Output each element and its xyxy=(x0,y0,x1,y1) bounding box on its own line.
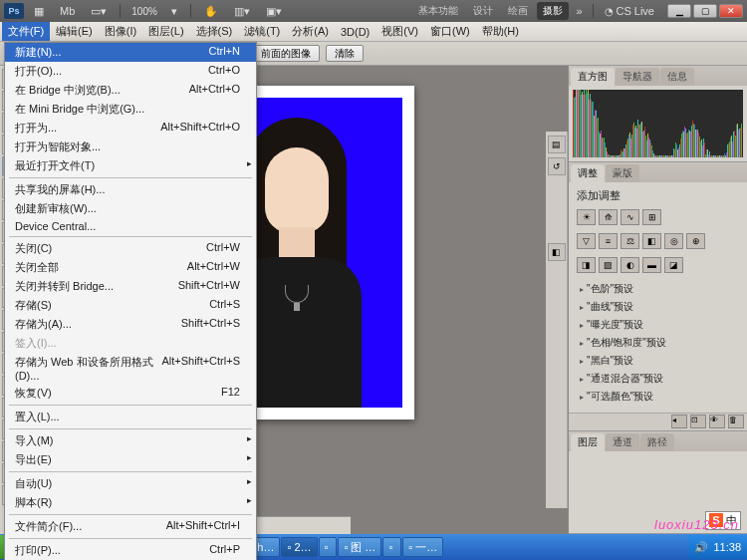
hue-icon[interactable]: ≡ xyxy=(599,233,618,249)
workspace-painting[interactable]: 绘画 xyxy=(502,2,534,20)
ime-sogou-icon[interactable]: S xyxy=(709,513,723,527)
invert-icon[interactable]: ◨ xyxy=(577,257,596,273)
preset-clip-icon[interactable]: ⊡ xyxy=(690,415,706,428)
tab-masks[interactable]: 蒙版 xyxy=(606,164,639,182)
preset-back-icon[interactable]: ◂ xyxy=(671,415,687,428)
arrange-icon[interactable]: ▥▾ xyxy=(229,3,255,20)
menu-item[interactable]: 签入(I)... xyxy=(5,334,256,353)
maximize-button[interactable]: ▢ xyxy=(693,4,717,18)
taskbar-item[interactable]: ▫2… xyxy=(281,537,317,557)
menu-3d[interactable]: 3D(D) xyxy=(335,24,375,40)
menu-item[interactable]: 置入(L)... xyxy=(5,408,256,426)
taskbar-item[interactable]: ▫图 … xyxy=(338,537,381,557)
menu-item[interactable]: 导入(M) xyxy=(5,431,256,450)
gradientmap-icon[interactable]: ▬ xyxy=(642,257,661,273)
selectivecolor-icon[interactable]: ◪ xyxy=(664,257,683,273)
menu-item[interactable]: 存储(S)Ctrl+S xyxy=(5,296,256,315)
threshold-icon[interactable]: ◐ xyxy=(621,257,639,273)
menu-item[interactable]: 在 Bridge 中浏览(B)...Alt+Ctrl+O xyxy=(5,81,256,100)
channelmixer-icon[interactable]: ⊕ xyxy=(686,233,705,249)
menu-analysis[interactable]: 分析(A) xyxy=(286,22,335,41)
tab-adjustments[interactable]: 调整 xyxy=(571,164,605,182)
preset-trash-icon[interactable]: 🗑 xyxy=(728,415,744,428)
posterize-icon[interactable]: ▨ xyxy=(599,257,618,273)
menu-window[interactable]: 窗口(W) xyxy=(424,22,476,41)
cslive-label[interactable]: ◔ CS Live xyxy=(599,5,660,17)
ime-indicator[interactable]: S 中 xyxy=(705,511,741,530)
preset-eye-icon[interactable]: 👁 xyxy=(709,415,725,428)
tab-info[interactable]: 信息 xyxy=(660,68,694,86)
menu-item[interactable]: 创建新审核(W)... xyxy=(5,199,256,218)
ime-lang[interactable]: 中 xyxy=(726,513,737,528)
taskbar-item[interactable]: ▫ xyxy=(319,537,338,557)
menu-item[interactable]: Device Central... xyxy=(5,218,256,234)
workspace-more-icon[interactable]: » xyxy=(572,3,588,19)
menu-item[interactable]: 共享我的屏幕(H)... xyxy=(5,180,256,199)
menu-item[interactable]: 关闭并转到 Bridge...Shift+Ctrl+W xyxy=(5,277,256,296)
menu-item[interactable]: 打开为智能对象... xyxy=(5,138,256,156)
taskbar-item[interactable]: ▫ xyxy=(382,537,401,557)
menu-item[interactable]: 自动(U) xyxy=(5,474,256,493)
workspace-photography[interactable]: 摄影 xyxy=(537,2,569,20)
menu-item[interactable]: 新建(N)...Ctrl+N xyxy=(5,43,256,62)
menu-item[interactable]: 最近打开文件(T) xyxy=(5,156,256,175)
menu-item[interactable]: 脚本(R) xyxy=(5,493,256,512)
menu-view[interactable]: 视图(V) xyxy=(375,22,424,41)
preset-item[interactable]: "色相/饱和度"预设 xyxy=(577,334,739,352)
menu-item[interactable]: 文件简介(F)...Alt+Shift+Ctrl+I xyxy=(5,517,256,536)
menu-item[interactable]: 恢复(V)F12 xyxy=(5,384,256,403)
screen-mode-icon[interactable]: ▣▾ xyxy=(261,3,287,20)
preset-item[interactable]: "通道混合器"预设 xyxy=(577,370,739,388)
workspace-essentials[interactable]: 基本功能 xyxy=(412,2,464,20)
hand-tool-icon[interactable]: ✋ xyxy=(199,3,223,20)
strip-histogram-icon[interactable]: ▤ xyxy=(548,136,566,153)
curves-icon[interactable]: ∿ xyxy=(621,209,639,225)
preset-item[interactable]: "曝光度"预设 xyxy=(577,316,739,334)
front-image-button[interactable]: 前面的图像 xyxy=(252,45,320,62)
menu-item[interactable]: 打开为...Alt+Shift+Ctrl+O xyxy=(5,119,256,138)
strip-history-icon[interactable]: ↺ xyxy=(548,157,566,175)
menu-item[interactable]: 导出(E) xyxy=(5,450,256,469)
clear-button[interactable]: 清除 xyxy=(326,45,364,62)
menu-item[interactable]: 存储为 Web 和设备所用格式(D)...Alt+Shift+Ctrl+S xyxy=(5,353,256,384)
system-tray[interactable]: 🔊 11:38 xyxy=(688,535,747,559)
tab-paths[interactable]: 路径 xyxy=(640,433,674,451)
bw-icon[interactable]: ◧ xyxy=(642,233,661,249)
photofilter-icon[interactable]: ◎ xyxy=(664,233,683,249)
bridge-icon[interactable]: ▦ xyxy=(29,3,49,20)
menu-file[interactable]: 文件(F) xyxy=(2,22,50,41)
menu-item[interactable]: 在 Mini Bridge 中浏览(G)... xyxy=(5,100,256,119)
menu-item[interactable]: 关闭(C)Ctrl+W xyxy=(5,239,256,258)
tray-volume-icon[interactable]: 🔊 xyxy=(694,541,708,554)
levels-icon[interactable]: ⟰ xyxy=(599,209,618,225)
menu-image[interactable]: 图像(I) xyxy=(99,22,142,41)
exposure-icon[interactable]: ⊞ xyxy=(642,209,661,225)
zoom-level[interactable]: 100% xyxy=(128,6,160,17)
menu-item[interactable]: 打印(P)...Ctrl+P xyxy=(5,541,256,560)
tab-layers[interactable]: 图层 xyxy=(571,433,605,451)
menu-item[interactable]: 关闭全部Alt+Ctrl+W xyxy=(5,258,256,277)
menu-help[interactable]: 帮助(H) xyxy=(476,22,525,41)
strip-adjustments-icon[interactable]: ◧ xyxy=(548,243,566,261)
zoom-dropdown-icon[interactable]: ▾ xyxy=(166,3,182,20)
taskbar-item[interactable]: ▫一… xyxy=(402,537,443,557)
preset-item[interactable]: "色阶"预设 xyxy=(577,280,739,298)
close-button[interactable]: ✕ xyxy=(719,4,743,18)
menu-item[interactable]: 存储为(A)...Shift+Ctrl+S xyxy=(5,315,256,334)
menu-layer[interactable]: 图层(L) xyxy=(142,22,189,41)
colorbalance-icon[interactable]: ⚖ xyxy=(621,233,639,249)
tray-clock[interactable]: 11:38 xyxy=(713,541,741,553)
menu-select[interactable]: 选择(S) xyxy=(190,22,239,41)
vibrance-icon[interactable]: ▽ xyxy=(577,233,596,249)
minibridge-icon[interactable]: Mb xyxy=(55,3,80,19)
tab-histogram[interactable]: 直方图 xyxy=(571,68,615,86)
menu-edit[interactable]: 编辑(E) xyxy=(50,22,99,41)
brightness-icon[interactable]: ☀ xyxy=(577,209,596,225)
tab-channels[interactable]: 通道 xyxy=(606,433,639,451)
tab-navigator[interactable]: 导航器 xyxy=(616,68,659,86)
menu-item[interactable]: 打开(O)...Ctrl+O xyxy=(5,62,256,81)
minimize-button[interactable]: ▁ xyxy=(667,4,691,18)
preset-item[interactable]: "黑白"预设 xyxy=(577,352,739,370)
workspace-design[interactable]: 设计 xyxy=(467,2,499,20)
view-icon[interactable]: ▭▾ xyxy=(86,3,112,20)
